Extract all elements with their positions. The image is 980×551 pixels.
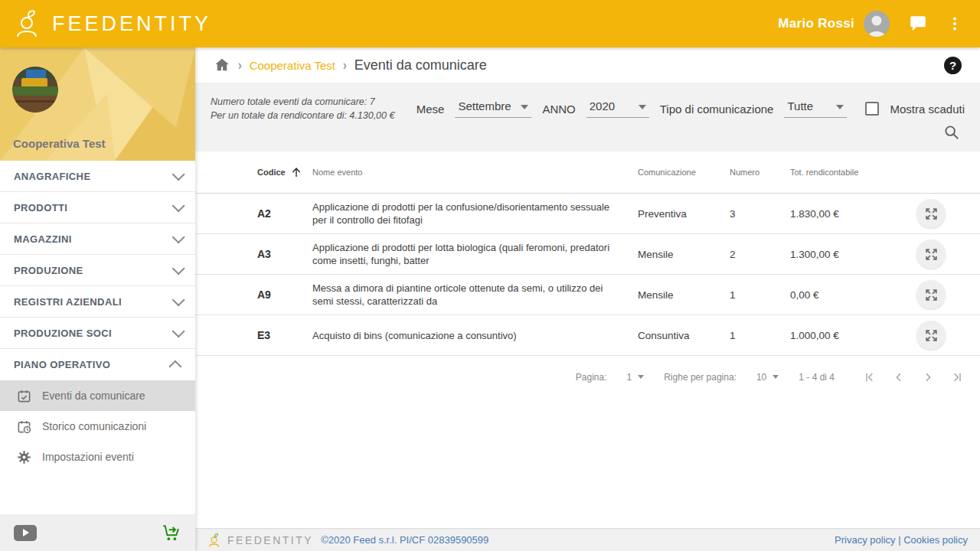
chevron-down-icon [172,293,185,306]
event-code: A2 [257,207,312,220]
expand-row-button[interactable] [916,321,946,350]
table-header-row: Codice Nome evento Comunicazione Numero … [195,152,980,194]
person-icon [864,11,890,37]
sidebar-item-piano-operativo[interactable]: PIANO OPERATIVO [0,349,195,380]
show-expired-checkbox[interactable] [865,102,879,116]
expand-row-button[interactable] [916,280,946,309]
sidebar-header: Cooperativa Test [0,47,195,161]
sidebar-item-label: PRODUZIONE SOCI [14,328,112,339]
chevron-right-icon: › [343,57,347,73]
event-communication: Mensile [638,289,730,301]
user-name[interactable]: Mario Rossi [778,16,854,31]
chevron-down-icon [172,168,185,181]
breadcrumb-cooperativa[interactable]: Cooperativa Test [250,59,335,72]
sidebar-footer [0,514,195,551]
rows-per-page-label: Righe per pagina: [664,372,737,383]
chat-icon[interactable] [908,14,928,34]
home-icon[interactable] [214,57,230,73]
last-page-icon[interactable] [951,371,963,383]
footer-brand-name: FEEDENTITY [227,534,313,546]
help-button[interactable]: ? [944,57,962,74]
events-table: Codice Nome evento Comunicazione Numero … [195,152,980,528]
sidebar-item-label: ANAGRAFICHE [14,171,90,182]
sidebar-item-registri-aziendali[interactable]: REGISTRI AZIENDALI [0,286,195,318]
organization-name: Cooperativa Test [13,137,106,150]
event-number: 1 [730,330,790,341]
rows-per-page-select[interactable]: 10 [756,372,779,383]
chevron-down-icon [172,262,185,275]
column-header-comunicazione[interactable]: Comunicazione [638,168,730,177]
cart-checkout-icon[interactable] [162,523,181,543]
search-button[interactable] [943,124,960,144]
event-total: 0,00 € [790,289,897,301]
sidebar-item-produzione[interactable]: PRODUZIONE [0,255,195,286]
footer-logo: FEEDENTITY [207,533,313,548]
sidebar-subitem-label: Impostazioni eventi [42,451,134,463]
year-label: ANNO [542,103,575,116]
next-page-icon[interactable] [922,371,934,383]
month-label: Mese [416,103,445,116]
communication-type-select[interactable]: Tutte [784,99,847,118]
total-events-text: Numero totale eventi da comunicare: 7 [211,95,410,109]
event-number: 2 [730,249,790,260]
chevron-down-icon [172,230,185,243]
chevron-right-icon: › [238,57,242,73]
column-header-codice[interactable]: Codice [257,166,312,178]
app-window: FEEDENTITY Mario Rossi [0,0,980,551]
year-select[interactable]: 2020 [586,99,649,118]
expand-row-button[interactable] [916,240,946,269]
sidebar-item-eventi-da-comunicare[interactable]: Eventi da comunicare [0,380,195,411]
pagination: Pagina: 1 Righe per pagina: 10 1 - 4 di … [195,356,980,398]
expand-row-button[interactable] [916,199,946,228]
expand-icon [924,328,939,343]
sidebar-item-label: MAGAZZINI [14,233,72,245]
chevron-up-icon [168,360,181,373]
sidebar-item-storico-comunicazioni[interactable]: Storico comunicazioni [0,411,195,442]
sidebar-item-magazzini[interactable]: MAGAZZINI [0,223,195,255]
kebab-menu-icon[interactable] [946,14,963,34]
first-page-icon[interactable] [864,371,876,383]
month-select[interactable]: Settembre [455,99,531,118]
policy-links[interactable]: Privacy policy | Cookies policy [835,534,968,546]
event-name: Messa a dimora di piantine orticole otte… [312,275,638,315]
feedentity-person-leaf-icon [207,533,223,548]
sidebar-item-label: PRODUZIONE [14,265,83,276]
calendar-clock-icon [17,419,31,434]
page-label: Pagina: [576,372,607,383]
event-number: 3 [730,208,790,220]
chevron-down-icon [172,324,185,337]
event-code: A9 [257,289,312,301]
column-header-numero[interactable]: Numero [730,168,790,177]
gear-icon [17,450,31,465]
calendar-check-icon [17,389,31,403]
sort-ascending-icon [290,166,302,178]
event-communication: Consuntiva [638,330,730,341]
column-label: Codice [257,168,286,177]
expand-icon [924,247,939,262]
expand-icon [924,207,939,221]
user-avatar[interactable] [864,11,890,37]
table-row: A9 Messa a dimora di piantine orticole o… [195,275,980,315]
sidebar-subitem-label: Storico comunicazioni [42,420,146,432]
previous-page-icon[interactable] [893,371,905,383]
event-total: 1.830,00 € [790,208,897,220]
organization-avatar[interactable] [12,67,58,112]
page-select[interactable]: 1 [627,372,645,383]
column-header-totale[interactable]: Tot. rendicontabile [790,168,897,177]
sidebar-item-impostazioni-eventi[interactable]: Impostazioni eventi [0,442,195,472]
app-logo: FEEDENTITY [14,8,211,39]
sidebar-item-prodotti[interactable]: PRODOTTI [0,192,195,223]
column-header-nome[interactable]: Nome evento [312,168,638,177]
youtube-icon[interactable] [14,525,37,541]
feedentity-person-leaf-icon [14,8,44,39]
event-number: 1 [730,289,790,301]
expand-icon [924,288,939,302]
event-communication: Mensile [638,249,730,260]
total-amount-text: Per un totale da rendicontare di: 4.130,… [211,109,410,122]
chevron-down-icon [172,199,185,212]
topbar: FEEDENTITY Mario Rossi [0,0,980,47]
table-row: A2 Applicazione di prodotti per la confu… [195,194,980,234]
sidebar-item-produzione-soci[interactable]: PRODUZIONE SOCI [0,318,195,349]
copyright-text: ©2020 Feed s.r.l. PI/CF 02839590599 [321,534,488,546]
sidebar-item-anagrafiche[interactable]: ANAGRAFICHE [0,161,195,192]
